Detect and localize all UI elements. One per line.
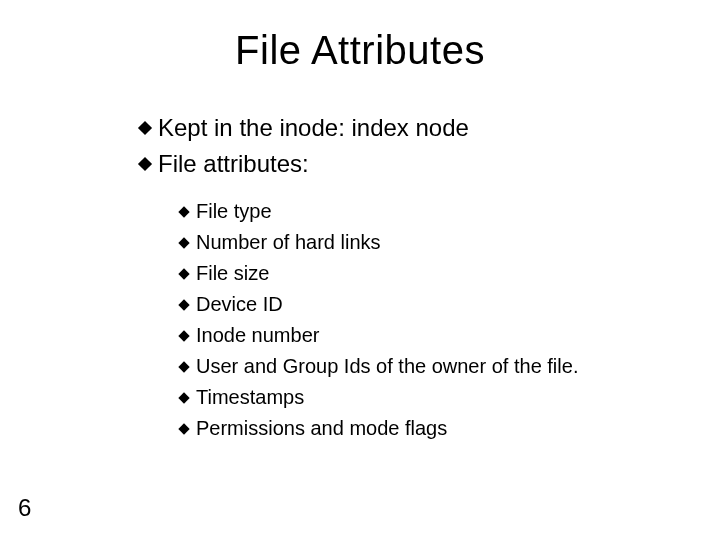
list-item-text: Number of hard links — [196, 227, 381, 258]
diamond-bullet-icon — [138, 121, 152, 135]
list-item: Permissions and mode flags — [180, 413, 578, 444]
list-item: User and Group Ids of the owner of the f… — [180, 351, 578, 382]
list-item: Inode number — [180, 320, 578, 351]
list-item-text: Kept in the inode: index node — [158, 110, 469, 146]
diamond-bullet-icon — [178, 361, 189, 372]
list-item-text: Device ID — [196, 289, 283, 320]
list-item: File size — [180, 258, 578, 289]
list-item: File attributes: — [140, 146, 469, 182]
diamond-bullet-icon — [178, 206, 189, 217]
list-item-text: File type — [196, 196, 272, 227]
slide-title: File Attributes — [0, 28, 720, 73]
bullet-list-level-1: Kept in the inode: index node File attri… — [140, 110, 469, 182]
diamond-bullet-icon — [138, 157, 152, 171]
diamond-bullet-icon — [178, 330, 189, 341]
diamond-bullet-icon — [178, 268, 189, 279]
diamond-bullet-icon — [178, 299, 189, 310]
page-number: 6 — [18, 494, 31, 522]
list-item-text: Permissions and mode flags — [196, 413, 447, 444]
list-item: Device ID — [180, 289, 578, 320]
list-item-text: User and Group Ids of the owner of the f… — [196, 351, 578, 382]
list-item-text: Inode number — [196, 320, 319, 351]
list-item-text: Timestamps — [196, 382, 304, 413]
list-item-text: File attributes: — [158, 146, 309, 182]
diamond-bullet-icon — [178, 392, 189, 403]
list-item: Number of hard links — [180, 227, 578, 258]
diamond-bullet-icon — [178, 423, 189, 434]
bullet-list-level-2: File type Number of hard links File size… — [180, 196, 578, 444]
list-item: Kept in the inode: index node — [140, 110, 469, 146]
list-item: File type — [180, 196, 578, 227]
diamond-bullet-icon — [178, 237, 189, 248]
list-item: Timestamps — [180, 382, 578, 413]
list-item-text: File size — [196, 258, 269, 289]
slide: File Attributes Kept in the inode: index… — [0, 0, 720, 540]
